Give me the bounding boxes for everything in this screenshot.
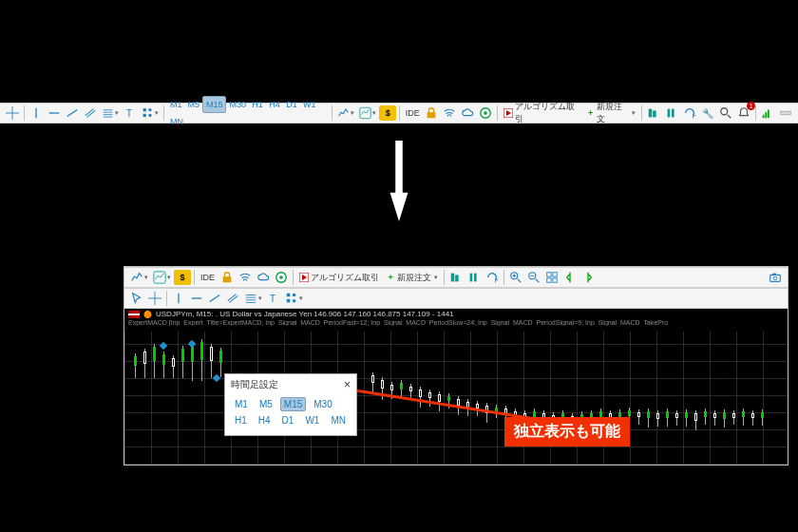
vps-icon[interactable] (477, 104, 494, 122)
algo-trading-button[interactable]: アルゴリズム取引 (501, 101, 582, 125)
cursor-icon[interactable] (128, 290, 145, 307)
zoom-out-icon[interactable] (525, 269, 542, 286)
popup-tf-m1[interactable]: M1 (231, 397, 252, 411)
timeframe-m5[interactable]: M5 (184, 96, 202, 113)
vps-icon[interactable] (273, 269, 290, 286)
svg-rect-6 (428, 112, 436, 118)
sync-right-icon[interactable] (580, 269, 597, 286)
depth-icon[interactable] (645, 104, 662, 122)
close-icon[interactable]: × (344, 378, 351, 391)
sync-left-icon[interactable] (561, 269, 579, 286)
depth2-icon[interactable] (466, 269, 483, 286)
chart-canvas[interactable]: ⬤ USDJPYm, M15: . US Dollar vs Japanese … (124, 309, 788, 465)
timeframe-d1[interactable]: D1 (283, 96, 300, 113)
svg-rect-37 (772, 274, 776, 276)
lock-icon[interactable] (423, 104, 440, 122)
ide-button[interactable]: IDE (198, 269, 218, 286)
svg-rect-18 (781, 111, 791, 115)
refresh-icon[interactable] (484, 269, 501, 286)
popup-tf-mn[interactable]: MN (327, 413, 350, 428)
cloud-icon[interactable] (459, 104, 476, 122)
dollar-icon[interactable]: $ (379, 105, 396, 121)
depth2-icon[interactable] (663, 104, 680, 122)
grid-icon[interactable] (543, 269, 560, 286)
algo-trading-button[interactable]: アルゴリズム取引 (296, 272, 382, 284)
svg-rect-25 (451, 274, 455, 282)
crosshair-icon[interactable] (4, 104, 21, 122)
popup-tf-d1[interactable]: D1 (278, 413, 298, 428)
indicator-icon[interactable]: ▾ (357, 104, 378, 122)
svg-point-8 (484, 111, 488, 115)
svg-rect-21 (223, 276, 232, 282)
shapes-icon[interactable]: ▾ (140, 104, 161, 122)
svg-rect-16 (765, 112, 767, 118)
svg-point-40 (293, 294, 296, 297)
shapes-icon[interactable]: ▾ (283, 290, 305, 307)
timeframe-m1[interactable]: M1 (167, 96, 185, 113)
more-icon[interactable] (777, 104, 794, 122)
timeframe-m30[interactable]: M30 (226, 96, 249, 113)
svg-rect-26 (455, 275, 459, 281)
popup-title: 時間足設定 (231, 378, 278, 391)
svg-point-14 (721, 108, 728, 115)
line-chart-icon[interactable]: ▾ (128, 269, 150, 286)
vline-icon[interactable] (28, 104, 45, 122)
wrench-icon[interactable]: 🔧 (699, 104, 716, 122)
popup-tf-h4[interactable]: H4 (255, 413, 275, 428)
timeframe-mn[interactable]: MN (167, 113, 186, 130)
timeframe-popup: 時間足設定 × M1M5M15M30H1H4D1W1MN (224, 373, 357, 436)
text-icon[interactable]: T (265, 290, 282, 307)
depth-icon[interactable] (447, 269, 465, 286)
signal-icon[interactable] (759, 104, 776, 122)
svg-rect-28 (474, 274, 477, 282)
new-order-button[interactable]: +新規注文▾ (383, 272, 441, 284)
refresh-icon[interactable] (681, 104, 698, 122)
channel-icon[interactable] (224, 290, 241, 307)
toolbar-row: ▾ T ▾ M1M5M15M30H1H4D1W1MN ▾ ▾ $ IDE アルゴ… (0, 103, 798, 124)
wifi-icon[interactable] (441, 104, 458, 122)
trendline-icon[interactable] (206, 290, 223, 307)
popup-tf-m5[interactable]: M5 (256, 397, 276, 411)
hline-icon[interactable] (46, 104, 63, 122)
popup-tf-m15[interactable]: M15 (280, 397, 306, 411)
timeframe-m15[interactable]: M15 (202, 96, 227, 113)
fibo-icon[interactable]: ▾ (100, 104, 121, 122)
svg-rect-34 (553, 278, 557, 282)
new-order-button[interactable]: +新規注文▾ (583, 101, 638, 125)
svg-rect-13 (672, 109, 674, 118)
svg-rect-41 (287, 299, 291, 303)
popup-tf-m30[interactable]: M30 (310, 397, 335, 411)
svg-rect-27 (470, 274, 473, 282)
fibo-icon[interactable]: ▾ (242, 290, 264, 307)
svg-point-42 (293, 299, 296, 303)
svg-rect-3 (143, 114, 146, 117)
timeframe-w1[interactable]: W1 (300, 96, 319, 113)
vline-icon[interactable] (170, 290, 187, 307)
wifi-icon[interactable] (237, 269, 254, 286)
hline-icon[interactable] (188, 290, 205, 307)
svg-rect-35 (770, 275, 781, 281)
popup-tf-w1[interactable]: W1 (301, 413, 323, 428)
line-chart-icon[interactable]: ▾ (335, 104, 356, 122)
channel-icon[interactable] (82, 104, 99, 122)
popup-tf-h1[interactable]: H1 (231, 413, 251, 428)
indicator-icon[interactable]: ▾ (151, 269, 173, 286)
svg-rect-17 (768, 110, 770, 119)
callout-label: 独立表示も可能 (504, 417, 630, 446)
timeframe-h1[interactable]: H1 (249, 96, 266, 113)
svg-text:T: T (270, 293, 276, 304)
camera-icon[interactable] (767, 269, 784, 286)
svg-text:T: T (126, 107, 133, 119)
ide-button[interactable]: IDE (403, 104, 422, 122)
timeframe-h4[interactable]: H4 (266, 96, 283, 113)
trendline-icon[interactable] (64, 104, 81, 122)
text-icon[interactable]: T (122, 104, 139, 122)
crosshair-icon[interactable] (146, 290, 163, 307)
top-toolbar-combined: ▾ T ▾ M1M5M15M30H1H4D1W1MN ▾ ▾ $ IDE アルゴ… (0, 103, 798, 124)
dollar-icon[interactable]: $ (174, 270, 191, 285)
zoom-in-icon[interactable] (507, 269, 524, 286)
bell-icon[interactable] (735, 104, 752, 122)
cloud-icon[interactable] (255, 269, 272, 286)
search-icon[interactable] (717, 104, 734, 122)
lock-icon[interactable] (218, 269, 236, 286)
